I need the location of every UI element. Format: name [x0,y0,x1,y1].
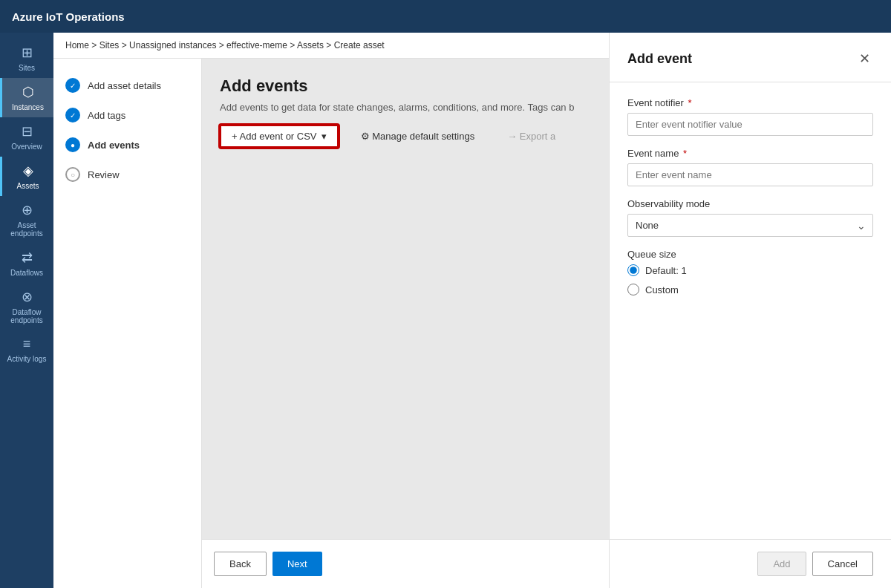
manage-label: ⚙ Manage default settings [361,131,475,142]
queue-size-default-item: Default: 1 [627,264,873,276]
step-label-2: Add tags [88,110,125,121]
activity-logs-icon: ≡ [23,336,31,352]
top-bar: Azure IoT Operations [0,0,891,33]
queue-size-custom-label: Custom [645,284,679,295]
side-panel-title: Add event [627,51,692,67]
side-panel-header: Add event ✕ [610,33,891,82]
add-button: Add [757,552,806,576]
step-label-3: Add events [88,140,140,151]
step-review: ○ Review [65,160,189,189]
export-button[interactable]: → Export a [497,126,566,146]
sidebar-label-dataflow-endpoints: Dataflow endpoints [3,308,50,324]
event-name-group: Event name * [627,148,873,186]
sidebar-label-dataflows: Dataflows [10,269,43,277]
step-label-1: Add asset details [88,80,161,91]
sites-icon: ⊞ [22,45,33,61]
add-event-label: + Add event or CSV [232,131,317,142]
main-content: Add events Add events to get data for st… [202,59,609,539]
queue-size-default-radio[interactable] [627,264,639,276]
queue-size-custom-item: Custom [627,284,873,295]
sidebar-label-overview: Overview [11,143,42,151]
sidebar-label-activity-logs: Activity logs [7,355,47,363]
step-circle-2: ✓ [65,108,80,122]
step-circle-1: ✓ [65,78,80,93]
bottom-nav: Back Next [202,539,609,588]
event-name-label: Event name * [627,148,873,159]
step-circle-3: ● [65,137,80,152]
sidebar-label-sites: Sites [19,64,35,72]
breadcrumb-text: Home > Sites > Unassigned instances > ef… [65,40,385,50]
sidebar: ⊞ Sites ⬡ Instances ⊟ Overview ◈ Assets … [0,33,53,588]
sidebar-label-instances: Instances [12,103,44,111]
add-event-button[interactable]: + Add event or CSV ▾ [220,125,339,148]
instances-icon: ⬡ [22,84,34,100]
dataflows-icon: ⇄ [22,249,33,266]
page-title: Add events [220,76,591,96]
sidebar-item-assets[interactable]: ◈ Assets [0,157,53,196]
main-wrapper: Add events Add events to get data for st… [202,59,609,588]
cancel-button[interactable]: Cancel [812,552,873,576]
observability-mode-group: Observability mode None Gauge Counter Hi… [627,198,873,237]
asset-endpoints-icon: ⊕ [22,202,33,218]
event-notifier-group: Event notifier * [627,97,873,136]
sidebar-item-instances[interactable]: ⬡ Instances [0,78,53,117]
close-button[interactable]: ✕ [856,48,873,70]
event-notifier-input[interactable] [627,113,873,136]
next-button[interactable]: Next [272,552,322,576]
sidebar-item-dataflows[interactable]: ⇄ Dataflows [0,244,53,283]
close-icon: ✕ [859,51,870,66]
app-title: Azure IoT Operations [12,10,125,23]
breadcrumb: Home > Sites > Unassigned instances > ef… [53,33,609,59]
content-area: Home > Sites > Unassigned instances > ef… [53,33,609,588]
side-panel-body: Event notifier * Event name * Observabil… [610,82,891,539]
queue-size-group: Queue size Default: 1 Custom [627,249,873,295]
side-panel-footer: Add Cancel [610,539,891,588]
assets-icon: ◈ [23,163,33,179]
sidebar-item-dataflow-endpoints[interactable]: ⊗ Dataflow endpoints [0,283,53,330]
observability-mode-select-wrapper: None Gauge Counter Histogram Log [627,214,873,237]
sidebar-label-asset-endpoints: Asset endpoints [3,221,50,238]
sidebar-item-sites[interactable]: ⊞ Sites [0,39,53,78]
step-add-asset-details: ✓ Add asset details [65,71,189,100]
overview-icon: ⊟ [22,123,33,140]
sidebar-item-activity-logs[interactable]: ≡ Activity logs [0,330,53,369]
sidebar-label-assets: Assets [16,182,39,190]
steps-panel: ✓ Add asset details ✓ Add tags ● Add eve… [53,59,202,588]
step-add-tags: ✓ Add tags [65,100,189,130]
observability-mode-label: Observability mode [627,198,873,209]
add-event-chevron: ▾ [322,131,327,142]
back-button[interactable]: Back [214,552,267,576]
queue-size-default-label: Default: 1 [645,265,687,276]
toolbar: + Add event or CSV ▾ ⚙ Manage default se… [220,125,591,148]
inner-layout: ✓ Add asset details ✓ Add tags ● Add eve… [53,59,609,588]
queue-size-radio-group: Default: 1 Custom [627,264,873,295]
side-panel: Add event ✕ Event notifier * Event name … [609,33,891,588]
event-name-input[interactable] [627,163,873,186]
export-label: → Export a [507,131,555,142]
required-star-1: * [688,97,692,108]
required-star-2: * [683,148,687,159]
main-layout: ⊞ Sites ⬡ Instances ⊟ Overview ◈ Assets … [0,33,891,588]
page-description: Add events to get data for state changes… [220,102,591,113]
sidebar-item-asset-endpoints[interactable]: ⊕ Asset endpoints [0,196,53,244]
step-add-events: ● Add events [65,130,189,160]
step-circle-4: ○ [65,167,80,182]
step-label-4: Review [88,169,120,180]
observability-mode-select[interactable]: None Gauge Counter Histogram Log [627,214,873,237]
event-notifier-label: Event notifier * [627,97,873,108]
sidebar-item-overview[interactable]: ⊟ Overview [0,117,53,157]
dataflow-endpoints-icon: ⊗ [22,289,33,305]
manage-settings-button[interactable]: ⚙ Manage default settings [350,126,486,146]
queue-size-label: Queue size [627,249,873,260]
queue-size-custom-radio[interactable] [627,284,639,295]
